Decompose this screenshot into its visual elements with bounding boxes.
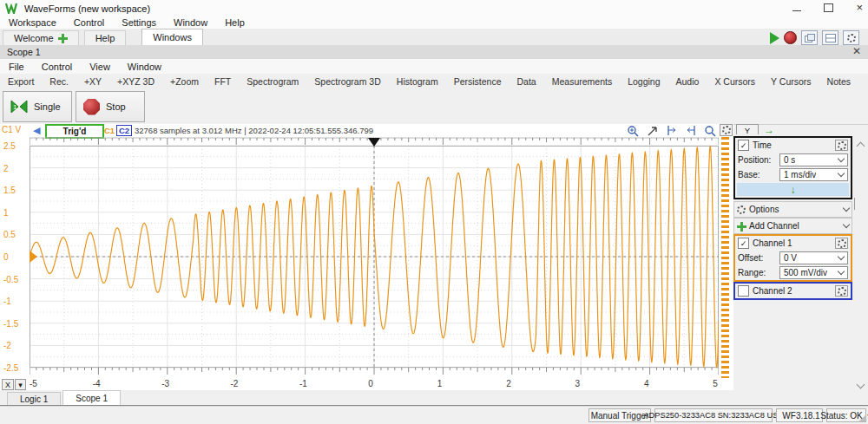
time-checkbox[interactable] (738, 140, 749, 151)
scope-menu-file[interactable]: File (0, 62, 33, 72)
bottom-tab-scope-1[interactable]: Scope 1 (62, 390, 121, 405)
bottom-tabbar: Logic 1Scope 1 (0, 390, 868, 407)
options-gear-icon (737, 205, 746, 214)
options-row[interactable]: Options (733, 201, 852, 218)
channel1-position-slider[interactable] (721, 137, 729, 378)
menu-settings[interactable]: Settings (113, 17, 165, 28)
record-icon[interactable] (784, 31, 797, 44)
toolbar-logging[interactable]: Logging (620, 76, 667, 87)
scope-title: Scope 1 (7, 47, 41, 57)
offset-select[interactable]: 0 V (779, 251, 848, 264)
single-icon: 1 (10, 99, 28, 114)
menu-control[interactable]: Control (65, 17, 113, 28)
time-drop-zone[interactable]: ↓ (737, 183, 849, 196)
toolbar-rec[interactable]: Rec. (42, 76, 76, 87)
plot-settings-gear-icon[interactable] (720, 124, 733, 136)
title-bar: WaveForms (new workspace) × (0, 0, 868, 16)
range-label: Range: (738, 268, 776, 277)
manual-trigger-button[interactable]: Manual Trigger (589, 408, 651, 422)
tab-welcome[interactable]: Welcome (3, 30, 79, 45)
toolbar-notes[interactable]: Notes (819, 76, 858, 87)
app-quick-toolbar (770, 30, 859, 45)
close-icon[interactable]: × (856, 2, 863, 13)
waveform-plot[interactable] (30, 137, 719, 378)
scope-close-icon[interactable]: ✕ (852, 46, 861, 57)
y-tick-label: 1.5 (3, 186, 16, 195)
status-label: Status: OK (820, 411, 862, 421)
time-gear-icon[interactable] (835, 140, 848, 151)
channel1-offset-marker (30, 251, 37, 263)
single-button[interactable]: 1 Single (3, 91, 72, 122)
channel1-badge[interactable]: C1 (104, 125, 115, 136)
toolbar-persistence[interactable]: Persistence (446, 76, 510, 87)
single-label: Single (34, 101, 61, 112)
menu-window[interactable]: Window (165, 17, 216, 28)
toolbar-zoom[interactable]: +Zoom (162, 76, 207, 87)
scope-menu-view[interactable]: View (81, 62, 119, 72)
channel2-badge[interactable]: C2 (116, 125, 132, 136)
channel1-range-row: Range: 500 mV/div (735, 265, 851, 280)
toolbar-spectrogram-3d[interactable]: Spectrogram 3D (306, 76, 388, 87)
cascade-windows-icon[interactable] (801, 30, 818, 45)
scope-menu-window[interactable]: Window (119, 62, 170, 72)
toolbar-histogram[interactable]: Histogram (389, 76, 446, 87)
waveforms-logo (5, 3, 17, 14)
position-select[interactable]: 0 s (779, 153, 848, 166)
app-settings-gear-icon[interactable] (843, 30, 859, 45)
chevron-down-icon (843, 221, 850, 228)
panel-scroll-up-icon[interactable] (857, 142, 865, 151)
menu-help[interactable]: Help (216, 17, 253, 28)
range-select[interactable]: 500 mV/div (779, 266, 848, 279)
toolbar-digital[interactable]: Digital (864, 76, 868, 87)
toolbar-export[interactable]: Export (0, 76, 42, 87)
time-base-row: Base: 1 ms/div (735, 167, 851, 182)
tile-windows-icon[interactable] (822, 30, 838, 45)
toolbar-xy[interactable]: +XY (76, 76, 109, 87)
stop-icon (83, 99, 100, 115)
bottom-tab-logic-1[interactable]: Logic 1 (7, 392, 61, 405)
settings-panel: Time Position: 0 s Base: 1 ms/div ↓ Opti… (733, 134, 854, 390)
x-axis-dropdown-icon[interactable]: ▾ (15, 379, 26, 390)
scope-titlebar: Scope 1 (0, 45, 868, 60)
device-info: ADPS250-3233AC8 SN:3233AC8 USB (654, 408, 773, 422)
resize-grip[interactable]: ◢ (859, 412, 866, 423)
tab-label: Scope 1 (76, 394, 108, 403)
toolbar-fft[interactable]: FFT (207, 76, 239, 87)
toolbar-spectrogram[interactable]: Spectrogram (239, 76, 306, 87)
tab-windows[interactable]: Windows (141, 29, 203, 45)
y-cursor-tool-icon[interactable] (685, 125, 697, 138)
toolbar-xyz-3d[interactable]: +XYZ 3D (109, 76, 162, 87)
menu-workspace[interactable]: Workspace (0, 17, 65, 28)
chevron-down-icon (843, 205, 850, 212)
toolbar-x-cursors[interactable]: X Cursors (707, 76, 763, 87)
tab-help[interactable]: Help (84, 30, 127, 45)
scope-menu-control[interactable]: Control (33, 62, 81, 72)
channel2-checkbox[interactable] (738, 285, 749, 297)
minimize-icon[interactable] (792, 10, 801, 11)
stop-button[interactable]: Stop (76, 91, 145, 122)
toolbar-y-cursors[interactable]: Y Cursors (763, 76, 819, 87)
run-all-icon[interactable] (770, 32, 779, 44)
toolbar-measurements[interactable]: Measurements (544, 76, 620, 87)
y-tick-label: -1 (3, 297, 11, 306)
channel1-checkbox[interactable] (738, 238, 749, 249)
pan-left-icon[interactable]: ◀ (33, 125, 40, 136)
plot-header: ◀ Trig'd C1 C2 32768 samples at 3.012 MH… (0, 124, 733, 137)
time-section: Time Position: 0 s Base: 1 ms/div ↓ (733, 136, 852, 199)
add-workspace-icon[interactable] (58, 34, 68, 43)
y-tick-label: -2 (3, 341, 11, 350)
toolbar-audio[interactable]: Audio (668, 76, 707, 87)
channel2-gear-icon[interactable] (835, 285, 848, 297)
x-cursor-tool-icon[interactable] (666, 125, 678, 138)
panel-scroll-down-icon[interactable] (857, 381, 865, 389)
channel1-label: Channel 1 (753, 238, 792, 248)
x-axis-button[interactable]: X (2, 379, 14, 390)
channel2-header: Channel 2 (735, 284, 851, 298)
toolbar-data[interactable]: Data (510, 76, 544, 87)
channel1-gear-icon[interactable] (835, 238, 848, 249)
y-tick-label: -2.5 (3, 363, 18, 373)
add-channel-row[interactable]: Add Channel (733, 218, 852, 234)
maximize-icon[interactable] (824, 3, 833, 12)
channel2-label: Channel 2 (753, 286, 792, 296)
base-select[interactable]: 1 ms/div (779, 168, 848, 181)
